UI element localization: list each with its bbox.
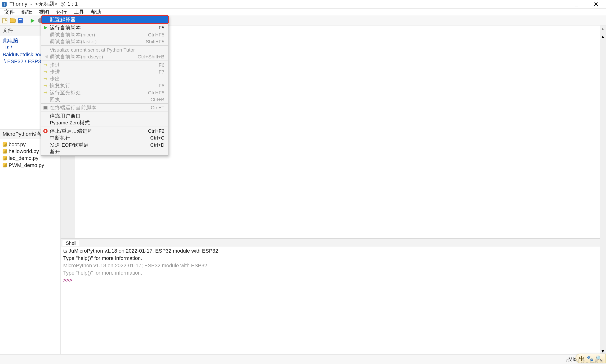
play-icon [44, 26, 47, 30]
shell-output[interactable]: ts JuMicroPython v1.18 on 2022-01-17; ES… [61, 247, 606, 354]
menu-item-accelerator: Ctrl+Shift+B [137, 54, 164, 59]
menu-separator [41, 127, 168, 127]
menu-item: 步过F6 [41, 62, 168, 68]
menu-item: 恢复执行F8 [41, 82, 168, 89]
menu-item-label: 停止/重启后端进程 [49, 128, 148, 134]
shell-scrollbar[interactable]: ▴ ▾ [600, 33, 606, 354]
menu-item-label: 调试当前脚本(nicer) [49, 31, 148, 38]
menu-item[interactable]: 停止/重启后端进程Ctrl+F2 [41, 128, 168, 134]
watermark: CSDN @古鱼夏雨 [566, 358, 603, 364]
ylarr-icon [43, 84, 47, 88]
window-controls: — □ ✕ [547, 0, 606, 9]
menu-item-icon-slot [42, 129, 49, 133]
device-file-item[interactable]: led_demo.py [3, 155, 57, 162]
thonny-logo-icon: T [2, 1, 7, 7]
title-text: Thonny - <无标题> @ 1 : 1 [10, 0, 78, 8]
menu-item-icon-slot [42, 55, 49, 58]
menu-item-accelerator: Ctrl+C [150, 135, 164, 141]
ylarr-icon [43, 77, 47, 80]
device-file-label: PWM_demo.py [9, 162, 44, 169]
menu-item-label: 步出 [49, 76, 164, 82]
menu-separator [41, 112, 168, 112]
ret-icon [43, 55, 48, 58]
menu-item-label: Pygame Zero模式 [49, 119, 164, 126]
menu-item[interactable]: 中断执行Ctrl+C [41, 135, 168, 142]
new-file-button[interactable] [2, 17, 8, 24]
menubar: 文件 编辑 视图 运行 工具 帮助 [0, 9, 606, 16]
open-file-button[interactable] [10, 17, 16, 24]
menu-item-icon-slot [42, 26, 49, 30]
shell-line: Type "help()" for more information. [63, 255, 603, 262]
shell-tab[interactable]: Shell [62, 240, 80, 246]
menu-item-label: 配置解释器 [49, 16, 164, 23]
menu-item-accelerator: F7 [159, 69, 164, 74]
menu-run[interactable]: 运行 [53, 9, 70, 16]
menu-item: 步出 [41, 75, 168, 82]
shell-prompt[interactable]: >>> [63, 277, 603, 284]
menu-item: Visualize current script at Python Tutor [41, 46, 168, 53]
menu-item-accelerator: Ctrl+D [150, 142, 164, 147]
menu-edit[interactable]: 编辑 [18, 9, 36, 16]
device-file-label: led_demo.py [9, 155, 39, 162]
menu-file[interactable]: 文件 [1, 9, 18, 16]
svg-text:T: T [3, 2, 5, 6]
menu-item-label: Visualize current script at Python Tutor [49, 47, 164, 52]
ylarr-icon [43, 63, 47, 67]
shell-panel: Shell ts JuMicroPython v1.18 on 2022-01-… [61, 238, 606, 354]
save-file-button[interactable] [17, 17, 23, 24]
menu-item-icon-slot [42, 70, 49, 74]
menu-view[interactable]: 视图 [36, 9, 53, 16]
menu-item[interactable]: 配置解释器 [41, 16, 168, 23]
menu-item-icon-slot [42, 63, 49, 67]
menu-item: 调试当前脚本(nicer)Ctrl+F5 [41, 31, 168, 38]
menu-tools[interactable]: 工具 [70, 9, 87, 16]
maximize-button[interactable]: □ [567, 0, 586, 9]
titlebar: T Thonny - <无标题> @ 1 : 1 — □ ✕ [0, 0, 606, 9]
menu-item-icon-slot [42, 106, 49, 109]
menu-item-label: 步进 [49, 69, 159, 75]
ylarr-icon [43, 70, 47, 74]
run-menu-dropdown[interactable]: 配置解释器运行当前脚本F5调试当前脚本(nicer)Ctrl+F5调试当前脚本(… [41, 16, 168, 156]
menu-item-label: 回执 [49, 96, 150, 103]
menu-separator [41, 103, 168, 104]
menu-item[interactable]: 发送 EOF/软重启Ctrl+D [41, 142, 168, 148]
device-panel-title: MicroPython设备 [3, 130, 42, 138]
statusbar: MicroPython 中 🐾 🔍 CSDN @古鱼夏雨 [0, 354, 606, 364]
menu-item-accelerator: F5 [159, 25, 164, 30]
menu-item-label: 运行至光标处 [49, 89, 148, 96]
menu-item-icon-slot [42, 91, 49, 94]
menu-item[interactable]: 运行当前脚本F5 [41, 24, 168, 31]
menu-item-label: 步过 [49, 62, 159, 68]
menu-item-label: 中断执行 [49, 135, 150, 141]
python-file-icon [3, 163, 7, 167]
device-file-item[interactable]: PWM_demo.py [3, 162, 57, 169]
menu-item-label: 断开 [49, 149, 164, 155]
menu-item: 回执Ctrl+B [41, 96, 168, 103]
shell-line: MicroPython v1.18 on 2022-01-17; ESP32 m… [63, 262, 603, 269]
menu-item-label: 恢复执行 [49, 82, 159, 89]
term-icon [43, 106, 48, 109]
menu-item-accelerator: Shift+F5 [146, 39, 164, 44]
python-file-icon [3, 142, 7, 146]
menu-item[interactable]: 断开 [41, 148, 168, 155]
close-button[interactable]: ✕ [586, 0, 606, 9]
python-file-icon [3, 149, 7, 154]
device-file-label: boot.py [9, 141, 26, 148]
menu-separator [41, 61, 168, 61]
minimize-button[interactable]: — [547, 0, 567, 9]
scroll-up-icon[interactable]: ▴ [602, 33, 604, 39]
device-file-label: helloworld.py [9, 148, 39, 155]
menu-item: 步进F7 [41, 68, 168, 75]
scroll-up-icon[interactable]: ▴ [602, 26, 604, 32]
files-panel-title: 文件 [3, 27, 13, 34]
menu-item[interactable]: 停靠用户窗口 [41, 112, 168, 119]
scroll-down-icon[interactable]: ▾ [602, 348, 604, 354]
menu-item: 调试当前脚本(faster)Shift+F5 [41, 38, 168, 45]
menu-help[interactable]: 帮助 [87, 9, 105, 16]
stop-icon [43, 129, 48, 133]
menu-item[interactable]: Pygame Zero模式 [41, 119, 168, 126]
shell-line: Type "help()" for more information. [63, 269, 603, 277]
shell-line: ts JuMicroPython v1.18 on 2022-01-17; ES… [63, 247, 603, 255]
menu-item-label: 调试当前脚本(faster) [49, 38, 146, 45]
run-button[interactable] [29, 17, 36, 24]
